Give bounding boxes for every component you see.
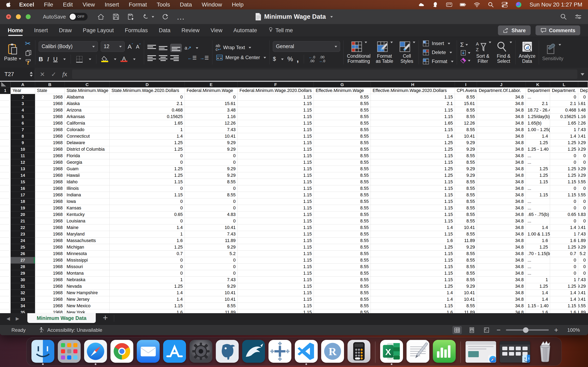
dock-trash-icon[interactable] [534, 340, 557, 363]
cell[interactable]: 7.43 [578, 127, 588, 133]
cell[interactable]: 1.6 [550, 238, 578, 244]
cell[interactable] [0, 120, 11, 127]
cell[interactable]: 1.15 [371, 107, 455, 114]
cell[interactable]: 0 [110, 205, 185, 211]
cell[interactable]: 1968 [35, 296, 65, 303]
cell[interactable]: 0 [110, 270, 185, 277]
cell[interactable]: 0 [578, 257, 588, 264]
menu-extra-icon[interactable] [432, 1, 439, 8]
format-painter-icon[interactable] [25, 58, 32, 66]
percent-button[interactable]: % [287, 55, 293, 63]
cell[interactable]: 1.25 [550, 244, 578, 250]
page-layout-view-button[interactable] [467, 326, 476, 334]
cell[interactable]: 0 [550, 218, 578, 225]
cell[interactable]: 8.55 [314, 205, 371, 211]
cell[interactable]: 34.8 [477, 296, 526, 303]
cell[interactable]: 1.00 - 1.25(b) [526, 127, 550, 133]
wrap-text-button[interactable]: abc↩ Wrap Text [216, 44, 266, 51]
cell[interactable] [0, 296, 11, 303]
cell[interactable]: 1.4 [526, 225, 550, 231]
cell[interactable]: 0 [550, 205, 578, 211]
cell[interactable]: 8.55 [314, 159, 371, 166]
cell[interactable]: 1.15 [238, 185, 314, 192]
cell[interactable]: 0 [550, 94, 578, 100]
dock-launchpad-icon[interactable] [58, 340, 81, 363]
column-header-F[interactable]: F [238, 82, 314, 87]
cell[interactable]: 8.55 [314, 153, 371, 159]
column-header-H[interactable]: H [371, 82, 455, 87]
cell[interactable]: 1.15 [238, 309, 314, 313]
cell[interactable] [0, 198, 11, 205]
autosum-icon[interactable]: Σ [460, 41, 464, 48]
row-header-23[interactable]: 23 [11, 231, 35, 238]
cell[interactable]: 1968 [35, 205, 65, 211]
cell[interactable]: 8.55 [455, 277, 477, 283]
row-header-1[interactable]: 1 [0, 87, 11, 94]
formula-bar-expand-icon[interactable] [581, 73, 584, 77]
cell[interactable]: 1.15 [371, 303, 455, 309]
cell[interactable]: 11.89 [578, 309, 588, 313]
cell[interactable]: 0.468 [110, 107, 185, 114]
cell[interactable]: 9.29 [185, 283, 238, 290]
cell[interactable]: 1.15 [371, 127, 455, 133]
cell[interactable]: 34.8 [477, 198, 526, 205]
column-header-J[interactable]: J [477, 82, 526, 87]
cell[interactable] [0, 153, 11, 159]
cell[interactable]: 1.15 [371, 257, 455, 264]
cell[interactable]: 34.8 [477, 277, 526, 283]
cell[interactable] [0, 290, 11, 296]
cell[interactable]: 34.8 [477, 114, 526, 120]
cell[interactable]: 1.15 [238, 218, 314, 225]
column-header-E[interactable]: E [185, 82, 238, 87]
cell[interactable]: ... [526, 205, 550, 211]
cell[interactable]: 1.15 [238, 166, 314, 172]
menu-insert[interactable]: Insert [105, 1, 119, 8]
cell[interactable]: 9.29 [455, 244, 477, 250]
cell[interactable]: 1.25 [110, 244, 185, 250]
cell[interactable]: 1.4 [371, 225, 455, 231]
row-header-17[interactable]: 17 [11, 192, 35, 198]
cell[interactable]: 1.15 [371, 192, 455, 198]
cell[interactable]: 1.15 [371, 159, 455, 166]
cell[interactable]: 8.55 [314, 231, 371, 238]
siri-icon[interactable] [515, 1, 522, 8]
menu-data[interactable]: Data [180, 1, 192, 8]
cell[interactable]: 8.55 [314, 277, 371, 283]
row-header-30[interactable]: 30 [11, 277, 35, 283]
cell[interactable]: 0 [185, 205, 238, 211]
cell[interactable]: 1968 [35, 238, 65, 244]
cell[interactable]: 1.15 [371, 94, 455, 100]
cell[interactable] [0, 257, 11, 264]
cell[interactable]: Hawaii [65, 172, 110, 179]
row-header-4[interactable]: 4 [11, 107, 35, 114]
cell[interactable]: 1968 [35, 114, 65, 120]
menu-excel[interactable]: Excel [19, 1, 34, 8]
cell[interactable] [0, 146, 11, 153]
cell[interactable]: 8.55 [314, 133, 371, 140]
sheet-prev-icon[interactable]: ◀ [7, 316, 10, 321]
apple-menu-icon[interactable] [6, 2, 11, 8]
cell[interactable]: 8.55 [185, 179, 238, 185]
cell[interactable]: 10.41 [455, 225, 477, 231]
cell[interactable]: 0 [110, 153, 185, 159]
cell[interactable]: 1.15 [238, 290, 314, 296]
cell[interactable]: 1.25 [526, 140, 550, 146]
cell[interactable]: 1.15 [238, 250, 314, 257]
cell[interactable]: 1.6 [110, 238, 185, 244]
minimize-button[interactable] [16, 14, 21, 19]
cell[interactable]: 1968 [35, 172, 65, 179]
cell[interactable]: 8.55 [455, 127, 477, 133]
tab-home[interactable]: Home [8, 24, 23, 37]
cell[interactable]: 7.43 [578, 277, 588, 283]
cell[interactable]: 8.55 [314, 225, 371, 231]
cell[interactable]: 8.55 [314, 283, 371, 290]
cell[interactable]: 1 [110, 231, 185, 238]
cell[interactable]: 8.55 [314, 257, 371, 264]
cell[interactable] [0, 107, 11, 114]
align-left-icon[interactable] [147, 55, 156, 61]
column-header-A[interactable]: A [11, 82, 35, 87]
cell[interactable]: 1.25 [371, 166, 455, 172]
cell[interactable] [0, 192, 11, 198]
cell[interactable]: 0 [185, 218, 238, 225]
cell[interactable]: 1.65 [110, 120, 185, 127]
